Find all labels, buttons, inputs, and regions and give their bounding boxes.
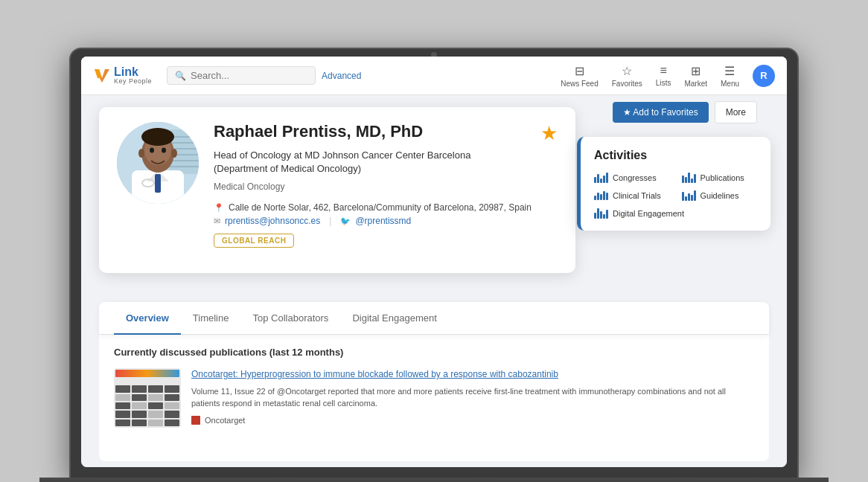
search-input[interactable] xyxy=(191,70,295,81)
svg-point-22 xyxy=(141,128,174,146)
publication-thumbnail xyxy=(114,368,181,428)
section-title: Currently discussed publications (last 1… xyxy=(114,347,754,358)
svg-point-19 xyxy=(162,148,166,153)
favorite-star-icon[interactable]: ★ xyxy=(540,122,558,145)
profile-title: Head of Oncology at MD Johnson Cancer Ce… xyxy=(214,149,558,176)
activity-publications: Publications xyxy=(682,173,758,183)
navbar: Link Key People 🔍 Advanced ⊟ News Feed xyxy=(81,57,787,95)
logo-text: Link Key People xyxy=(114,65,152,86)
nav-favorites-label: Favorites xyxy=(612,80,642,88)
action-bar: ★ Add to Favorites More xyxy=(613,101,757,123)
profile-badge: GLOBAL REACH xyxy=(214,234,294,248)
activity-congresses: Congresses xyxy=(594,173,670,183)
laptop-base xyxy=(39,478,829,482)
profile-address: Calle de Norte Solar, 462, Barcelona/Com… xyxy=(229,202,532,213)
twitter-icon: 🐦 xyxy=(340,216,351,226)
clinical-trials-label: Clinical Trials xyxy=(613,191,661,200)
profile-header: Raphael Prentiss, MD, PhD Head of Oncolo… xyxy=(117,122,558,248)
publication-description: Volume 11, Issue 22 of @Oncotarget repor… xyxy=(191,385,754,410)
tabs-header: Overview Timeline Top Collaborators Digi… xyxy=(99,302,769,335)
profile-twitter[interactable]: @rprentissmd xyxy=(355,216,411,226)
news-feed-icon: ⊟ xyxy=(575,64,584,78)
tab-timeline[interactable]: Timeline xyxy=(181,302,241,334)
logo-icon xyxy=(93,66,111,84)
publication-content: Oncotarget: Hyperprogression to immune b… xyxy=(191,368,754,425)
source-dot-icon xyxy=(191,416,200,425)
nav-news-feed[interactable]: ⊟ News Feed xyxy=(561,64,599,88)
lists-icon: ≡ xyxy=(660,64,666,77)
favorites-icon: ☆ xyxy=(622,64,632,78)
nav-lists-label: Lists xyxy=(656,79,671,87)
nav-lists[interactable]: ≡ Lists xyxy=(656,64,671,87)
svg-rect-14 xyxy=(155,174,161,193)
activities-card: Activities Congresses xyxy=(577,137,770,231)
digital-engagement-bars xyxy=(594,208,608,219)
profile-email[interactable]: rprentiss@johnsoncc.es xyxy=(225,216,320,226)
activities-title: Activities xyxy=(594,149,757,162)
tab-top-collaborators[interactable]: Top Collaborators xyxy=(240,302,340,334)
logo-key-people: Key People xyxy=(114,78,152,86)
profile-name: Raphael Prentiss, MD, PhD xyxy=(214,122,558,141)
svg-marker-1 xyxy=(95,69,102,78)
profile-contact-row: ✉ rprentiss@johnsoncc.es | 🐦 @rprentissm… xyxy=(214,216,558,226)
tabs-container: Overview Timeline Top Collaborators Digi… xyxy=(99,302,769,335)
publication-title[interactable]: Oncotarget: Hyperprogression to immune b… xyxy=(191,368,754,381)
profile-address-row: 📍 Calle de Norte Solar, 462, Barcelona/C… xyxy=(214,202,558,213)
svg-point-20 xyxy=(138,149,144,158)
activity-clinical-trials: Clinical Trials xyxy=(594,190,670,201)
activity-digital-engagement: Digital Engagement xyxy=(594,208,757,219)
profile-specialty: Medical Oncology xyxy=(214,181,558,192)
publication-source: Oncotarget xyxy=(191,416,754,425)
activities-grid: Congresses Publications xyxy=(594,173,757,219)
market-icon: ⊞ xyxy=(691,64,701,78)
logo-link-text: Link xyxy=(114,65,152,79)
nav-news-feed-label: News Feed xyxy=(561,80,599,88)
content-area: Currently discussed publications (last 1… xyxy=(99,335,769,461)
activity-guidelines: Guidelines xyxy=(682,190,758,201)
nav-items: ⊟ News Feed ☆ Favorites ≡ Lists ⊞ xyxy=(561,64,775,88)
search-bar[interactable]: 🔍 xyxy=(167,66,316,85)
tab-digital-engagement[interactable]: Digital Engagement xyxy=(340,302,448,334)
svg-point-21 xyxy=(171,149,177,158)
congresses-label: Congresses xyxy=(613,173,657,182)
advanced-link[interactable]: Advanced xyxy=(322,71,361,81)
profile-details: Head of Oncology at MD Johnson Cancer Ce… xyxy=(214,149,558,226)
svg-point-18 xyxy=(150,148,154,153)
more-button[interactable]: More xyxy=(715,101,757,123)
publications-label: Publications xyxy=(701,173,744,182)
clinical-trials-bars xyxy=(594,191,608,200)
congresses-bars xyxy=(594,173,608,183)
publication-item: Oncotarget: Hyperprogression to immune b… xyxy=(114,368,754,428)
search-icon: 🔍 xyxy=(175,71,186,81)
guidelines-bars xyxy=(682,190,696,201)
location-icon: 📍 xyxy=(214,203,224,213)
profile-avatar xyxy=(117,122,199,204)
guidelines-label: Guidelines xyxy=(701,191,739,200)
add-to-favorites-button[interactable]: ★ Add to Favorites xyxy=(613,102,709,123)
user-avatar[interactable]: R xyxy=(753,65,775,87)
email-icon: ✉ xyxy=(214,216,220,226)
menu-icon: ☰ xyxy=(724,64,735,78)
logo: Link Key People xyxy=(93,65,152,86)
nav-market-label: Market xyxy=(684,80,707,88)
digital-engagement-label: Digital Engagement xyxy=(613,209,684,218)
tab-overview[interactable]: Overview xyxy=(114,302,181,334)
nav-menu-label: Menu xyxy=(721,80,739,88)
publications-bars xyxy=(682,173,696,183)
profile-card: ★ xyxy=(99,107,575,273)
profile-info: Raphael Prentiss, MD, PhD Head of Oncolo… xyxy=(214,122,558,248)
nav-favorites[interactable]: ☆ Favorites xyxy=(612,64,642,88)
source-name: Oncotarget xyxy=(205,416,245,425)
nav-market[interactable]: ⊞ Market xyxy=(684,64,707,88)
nav-menu[interactable]: ☰ Menu xyxy=(721,64,739,88)
